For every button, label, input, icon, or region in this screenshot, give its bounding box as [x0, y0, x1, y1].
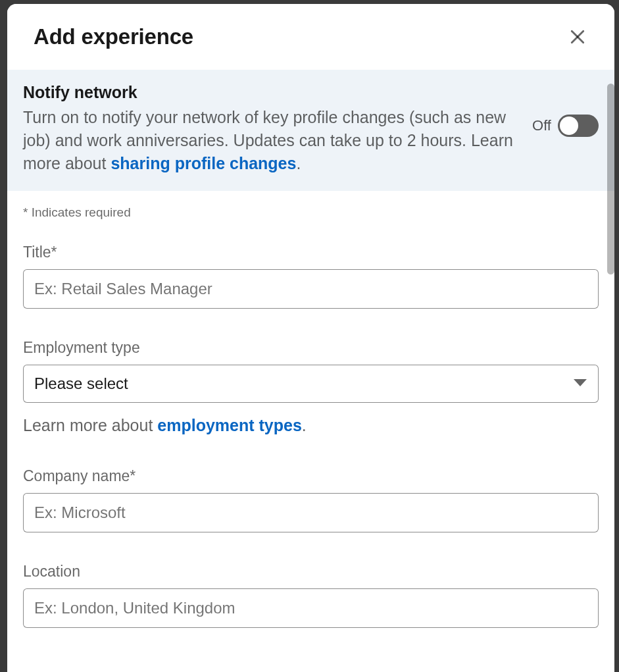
company-name-input[interactable] — [23, 493, 599, 532]
employment-help-suffix: . — [302, 416, 307, 434]
toggle-knob-icon — [560, 116, 578, 135]
employment-type-select-wrap: Please select — [23, 365, 599, 403]
notify-toggle[interactable] — [558, 115, 599, 137]
title-label: Title* — [23, 244, 599, 261]
location-field: Location — [23, 563, 599, 628]
modal-title: Add experience — [34, 24, 193, 49]
company-name-label: Company name* — [23, 467, 599, 485]
notify-desc-suffix: . — [296, 154, 301, 172]
notify-toggle-group: Off — [532, 83, 599, 137]
sharing-profile-changes-link[interactable]: sharing profile changes — [111, 154, 296, 172]
required-indicator-note: * Indicates required — [23, 205, 599, 220]
employment-types-link[interactable]: employment types — [157, 416, 302, 434]
title-field: Title* — [23, 244, 599, 309]
modal-header: Add experience — [7, 4, 614, 70]
title-input[interactable] — [23, 269, 599, 309]
employment-type-field: Employment type Please select Learn more… — [23, 339, 599, 437]
scrollbar-track[interactable] — [607, 84, 614, 672]
modal-body: Notify network Turn on to notify your ne… — [7, 70, 614, 672]
notify-network-panel: Notify network Turn on to notify your ne… — [7, 70, 614, 191]
company-name-field: Company name* — [23, 467, 599, 532]
toggle-state-label: Off — [532, 117, 551, 134]
employment-type-label: Employment type — [23, 339, 599, 357]
notify-text-block: Notify network Turn on to notify your ne… — [23, 83, 522, 175]
employment-help-prefix: Learn more about — [23, 416, 157, 434]
location-input[interactable] — [23, 588, 599, 628]
notify-description: Turn on to notify your network of key pr… — [23, 106, 522, 175]
location-label: Location — [23, 563, 599, 581]
employment-type-select[interactable]: Please select — [23, 365, 599, 403]
notify-title: Notify network — [23, 83, 522, 102]
form-area: * Indicates required Title* Employment t… — [7, 191, 614, 628]
close-button[interactable] — [562, 21, 593, 53]
employment-type-help: Learn more about employment types. — [23, 415, 599, 437]
close-icon — [568, 27, 587, 47]
scrollbar-thumb[interactable] — [607, 84, 614, 274]
add-experience-modal: Add experience Notify network Turn on to… — [7, 4, 614, 672]
